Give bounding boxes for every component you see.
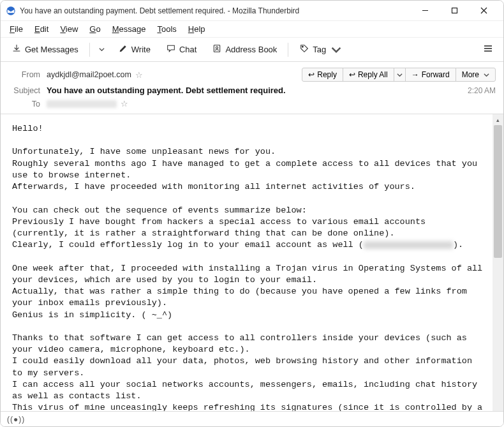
menu-tools[interactable]: Tools bbox=[152, 23, 181, 35]
scrollbar[interactable]: ▴ ▾ bbox=[493, 114, 503, 427]
message-actions: ↩ Reply ↩ Reply All → Forward More bbox=[302, 68, 496, 82]
window-titlebar: You have an outstanding payment. Debt se… bbox=[1, 1, 503, 21]
online-status-icon[interactable]: ((●)) bbox=[7, 415, 25, 424]
scroll-thumb[interactable] bbox=[494, 125, 502, 258]
tag-icon bbox=[299, 43, 309, 56]
svg-point-6 bbox=[216, 47, 218, 49]
toolbar: Get Messages Write Chat Address Book Tag bbox=[1, 38, 503, 62]
forward-button[interactable]: → Forward bbox=[405, 68, 456, 82]
app-icon bbox=[6, 6, 16, 16]
reply-icon: ↩ bbox=[308, 70, 315, 79]
close-button[interactable] bbox=[469, 1, 498, 20]
menu-edit[interactable]: Edit bbox=[29, 23, 54, 35]
address-book-button[interactable]: Address Book bbox=[206, 40, 283, 59]
download-icon bbox=[11, 43, 22, 56]
menu-help[interactable]: Help bbox=[183, 23, 211, 35]
menu-message[interactable]: Message bbox=[107, 23, 151, 35]
to-value: ☆ bbox=[47, 99, 128, 109]
scroll-track[interactable] bbox=[493, 125, 503, 421]
from-label: From bbox=[8, 70, 40, 79]
menu-go[interactable]: Go bbox=[84, 23, 105, 35]
write-button[interactable]: Write bbox=[112, 40, 156, 59]
from-value: aydkjdl@mail2poet.com ☆ bbox=[47, 70, 143, 80]
menu-file[interactable]: File bbox=[4, 23, 28, 35]
app-menu-button[interactable] bbox=[478, 41, 498, 58]
subject-label: Subject bbox=[8, 86, 40, 95]
statusbar: ((●)) bbox=[1, 411, 503, 426]
reply-all-dropdown[interactable] bbox=[394, 68, 406, 82]
message-body: Hello! Unfortunately, I have some unplea… bbox=[1, 114, 503, 427]
get-messages-button[interactable]: Get Messages bbox=[6, 40, 84, 59]
get-messages-dropdown[interactable] bbox=[95, 42, 108, 57]
chat-button[interactable]: Chat bbox=[160, 40, 202, 59]
more-button[interactable]: More bbox=[456, 68, 496, 82]
svg-point-7 bbox=[302, 46, 304, 47]
to-label: To bbox=[8, 100, 40, 109]
reply-button[interactable]: ↩ Reply bbox=[302, 68, 343, 82]
scroll-up-arrow[interactable]: ▴ bbox=[493, 114, 503, 125]
reply-all-button[interactable]: ↩ Reply All bbox=[343, 68, 394, 82]
maximize-button[interactable] bbox=[440, 1, 469, 20]
menu-view[interactable]: View bbox=[55, 23, 83, 35]
reply-all-icon: ↩ bbox=[349, 70, 355, 79]
star-icon[interactable]: ☆ bbox=[135, 70, 143, 80]
message-header: From aydkjdl@mail2poet.com ☆ ↩ Reply ↩ R… bbox=[1, 62, 503, 114]
message-time: 2:20 AM bbox=[468, 86, 496, 95]
star-icon[interactable]: ☆ bbox=[121, 99, 128, 109]
pencil-icon bbox=[118, 43, 128, 56]
forward-icon: → bbox=[411, 70, 419, 79]
subject-value: You have an outstanding payment. Debt se… bbox=[47, 86, 286, 95]
svg-rect-2 bbox=[452, 8, 457, 13]
window-title: You have an outstanding payment. Debt se… bbox=[20, 6, 410, 15]
address-book-icon bbox=[212, 43, 222, 56]
tag-button[interactable]: Tag bbox=[293, 40, 347, 59]
chat-icon bbox=[166, 43, 176, 56]
menubar: File Edit View Go Message Tools Help bbox=[1, 21, 503, 38]
minimize-button[interactable] bbox=[410, 1, 440, 20]
